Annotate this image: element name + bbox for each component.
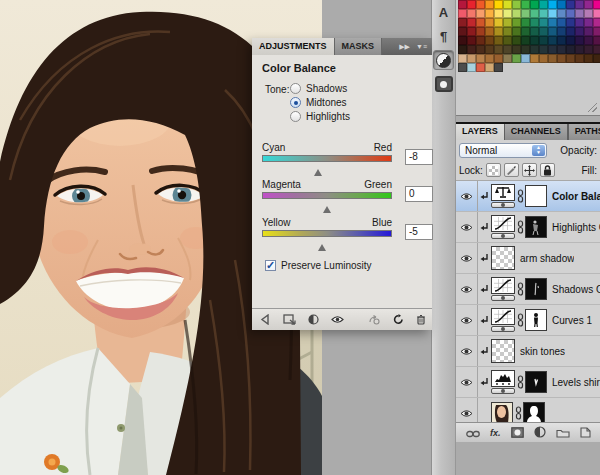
slider-marker[interactable] [323, 206, 331, 213]
layer-name[interactable]: Shadows Cu [547, 284, 600, 295]
swatch[interactable] [476, 63, 485, 72]
swatch[interactable] [467, 9, 476, 18]
swatch[interactable] [458, 18, 467, 27]
visibility-eye-icon[interactable] [456, 243, 478, 273]
swatch[interactable] [539, 54, 548, 63]
cyan-red-gradient-bar[interactable] [262, 155, 392, 162]
preserve-luminosity-row[interactable]: ✓ Preserve Luminosity [265, 260, 372, 271]
back-arrow-icon[interactable] [260, 314, 271, 325]
mask-link-icon[interactable] [515, 313, 525, 327]
swatch[interactable] [557, 54, 566, 63]
swatch[interactable] [494, 36, 503, 45]
swatch[interactable] [503, 18, 512, 27]
layer-name[interactable]: Curves 1 [547, 315, 592, 326]
swatch[interactable] [512, 27, 521, 36]
adjustment-thumbnail[interactable] [491, 215, 515, 239]
swatch[interactable] [548, 27, 557, 36]
lock-transparency-button[interactable] [486, 163, 501, 177]
swatch[interactable] [521, 45, 530, 54]
swatch[interactable] [566, 54, 575, 63]
layer-name[interactable]: Color Balanc [547, 191, 600, 202]
swatch[interactable] [494, 18, 503, 27]
layer-style-fx-icon[interactable]: fx. [490, 428, 501, 438]
swatch[interactable] [584, 9, 593, 18]
swatch[interactable] [512, 54, 521, 63]
character-panel-icon[interactable]: A [433, 2, 454, 22]
swatch[interactable] [530, 54, 539, 63]
swatch[interactable] [485, 36, 494, 45]
swatch[interactable] [521, 27, 530, 36]
visibility-eye-icon[interactable] [456, 212, 478, 242]
swatch[interactable] [584, 0, 593, 9]
swatch[interactable] [575, 0, 584, 9]
swatch[interactable] [521, 0, 530, 9]
swatch[interactable] [530, 0, 539, 9]
swatch[interactable] [494, 63, 503, 72]
layer-mask-thumbnail[interactable] [525, 278, 547, 300]
magenta-green-gradient-bar[interactable] [262, 192, 392, 199]
layer-mask-thumbnail[interactable] [525, 216, 547, 238]
tab-channels[interactable]: CHANNELS [504, 124, 568, 140]
layer-name[interactable]: skin tones [515, 346, 565, 357]
layer-mask-thumbnail[interactable] [523, 402, 545, 424]
swatch[interactable] [548, 0, 557, 9]
swatch[interactable] [494, 9, 503, 18]
swatch[interactable] [530, 18, 539, 27]
swatch[interactable] [503, 27, 512, 36]
slider-marker[interactable] [314, 169, 322, 176]
swatch[interactable] [557, 45, 566, 54]
panel-resize-grip[interactable] [588, 103, 597, 112]
layer-row-highlights-curves[interactable]: Highlights Cu [456, 212, 600, 243]
radio-highlights[interactable]: Highlights [290, 111, 350, 122]
layer-mask-thumbnail[interactable] [525, 185, 547, 207]
swatch[interactable] [593, 9, 600, 18]
photo-layer-thumbnail[interactable] [491, 402, 513, 424]
swatch[interactable] [593, 18, 600, 27]
swatch[interactable] [458, 0, 467, 9]
mask-link-icon[interactable] [515, 220, 525, 234]
visibility-eye-icon[interactable] [456, 274, 478, 304]
swatch[interactable] [476, 9, 485, 18]
swatch[interactable] [566, 27, 575, 36]
swatch[interactable] [584, 54, 593, 63]
visibility-eye-icon[interactable] [456, 181, 478, 211]
radio-button[interactable] [290, 111, 301, 122]
layer-row-levels-shirt[interactable]: Levels shirt [456, 367, 600, 398]
lock-pixels-button[interactable] [504, 163, 519, 177]
swatch[interactable] [503, 54, 512, 63]
swatch[interactable] [467, 0, 476, 9]
swatch[interactable] [467, 63, 476, 72]
swatch[interactable] [548, 9, 557, 18]
collapse-panel-icon[interactable]: ▶▶ [399, 43, 410, 51]
radio-shadows[interactable]: Shadows [290, 83, 347, 94]
clip-to-layer-icon[interactable] [308, 314, 319, 325]
mask-link-icon[interactable] [515, 375, 525, 389]
swatch[interactable] [575, 36, 584, 45]
swatch[interactable] [539, 45, 548, 54]
pixel-layer-thumbnail[interactable] [491, 339, 515, 363]
radio-button[interactable] [290, 83, 301, 94]
swatch[interactable] [485, 18, 494, 27]
swatch[interactable] [566, 18, 575, 27]
swatch[interactable] [548, 18, 557, 27]
swatch[interactable] [521, 36, 530, 45]
swatch[interactable] [584, 45, 593, 54]
paragraph-panel-icon[interactable]: ¶ [433, 26, 454, 46]
swatch[interactable] [566, 9, 575, 18]
swatch[interactable] [575, 45, 584, 54]
swatch[interactable] [539, 27, 548, 36]
swatch[interactable] [566, 0, 575, 9]
swatch[interactable] [557, 18, 566, 27]
swatch[interactable] [512, 0, 521, 9]
swatch[interactable] [485, 27, 494, 36]
swatch[interactable] [575, 18, 584, 27]
swatch[interactable] [476, 27, 485, 36]
swatch[interactable] [539, 0, 548, 9]
swatch[interactable] [521, 9, 530, 18]
swatch[interactable] [476, 0, 485, 9]
swatch[interactable] [530, 45, 539, 54]
slider-marker[interactable] [318, 244, 326, 251]
swatch[interactable] [584, 36, 593, 45]
cyan-red-value-input[interactable]: -8 [405, 149, 433, 165]
swatch[interactable] [593, 54, 600, 63]
